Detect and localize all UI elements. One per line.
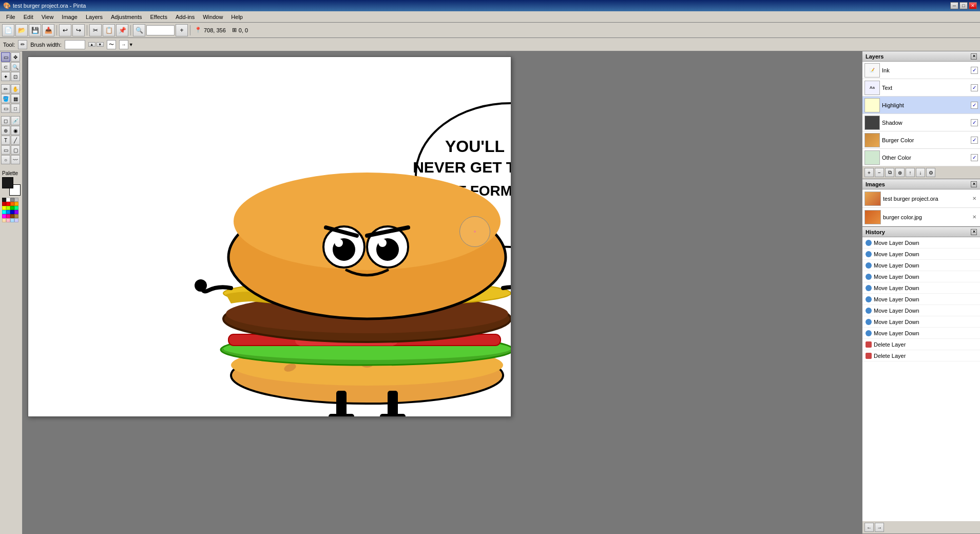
zoom-tool[interactable]: 🔍 <box>11 62 20 71</box>
brush-width-spinner[interactable]: ▲ ▼ <box>88 42 104 47</box>
select-tool-2[interactable]: □ <box>11 104 20 113</box>
layers-panel-close[interactable]: ✕ <box>971 53 977 60</box>
layer-visibility-checkbox[interactable]: ✓ <box>971 67 978 74</box>
remove-layer-button[interactable]: − <box>875 168 884 177</box>
copy-button[interactable]: 📋 <box>103 24 115 36</box>
layer-item[interactable]: Burger Color✓ <box>862 131 980 149</box>
layer-up-button[interactable]: ↑ <box>906 168 915 177</box>
lasso-tool[interactable]: ⊂ <box>1 62 10 71</box>
palette-swatch[interactable] <box>10 210 14 214</box>
layers-panel-header[interactable]: Layers ✕ <box>862 51 980 62</box>
history-item[interactable]: Move Layer Down <box>862 249 980 260</box>
image-item[interactable]: burger color.jpg✕ <box>862 208 980 226</box>
menu-help[interactable]: Help <box>227 13 247 21</box>
palette-swatch[interactable] <box>2 218 6 222</box>
color-picker-tool[interactable]: 💉 <box>11 116 20 125</box>
layer-visibility-checkbox[interactable]: ✓ <box>971 154 978 161</box>
palette-swatch[interactable] <box>14 210 18 214</box>
menu-view[interactable]: View <box>37 13 58 21</box>
clone-tool[interactable]: ⊕ <box>1 126 10 135</box>
rectangle-select-tool[interactable]: ▭ <box>1 52 10 62</box>
palette-swatch[interactable] <box>6 214 10 218</box>
zoom-out-button[interactable]: 🔍 <box>133 24 145 36</box>
pan-tool[interactable]: ✋ <box>11 84 20 93</box>
menu-file[interactable]: File <box>2 13 20 21</box>
history-item[interactable]: Move Layer Down <box>862 282 980 294</box>
layer-item[interactable]: AaText✓ <box>862 79 980 97</box>
history-item[interactable]: Move Layer Down <box>862 294 980 305</box>
history-item[interactable]: Move Layer Down <box>862 328 980 339</box>
palette-swatch[interactable] <box>14 202 18 206</box>
layer-item[interactable]: Other Color✓ <box>862 149 980 166</box>
image-item[interactable]: test burger project.ora✕ <box>862 189 980 208</box>
images-panel-header[interactable]: Images ✕ <box>862 179 980 189</box>
rect-tool[interactable]: ▭ <box>1 145 10 155</box>
layer-visibility-checkbox[interactable]: ✓ <box>971 137 978 144</box>
layer-item[interactable]: Shadow✓ <box>862 114 980 131</box>
layer-properties-button[interactable]: ⚙ <box>926 168 935 177</box>
spin-up[interactable]: ▲ <box>88 42 95 47</box>
palette-swatch[interactable] <box>10 206 14 210</box>
undo-button[interactable]: ↩ <box>59 24 71 36</box>
history-item[interactable]: Delete Layer <box>862 350 980 361</box>
add-layer-button[interactable]: + <box>864 168 874 177</box>
history-back-button[interactable]: ← <box>864 523 874 532</box>
history-forward-button[interactable]: → <box>875 523 884 532</box>
cut-button[interactable]: ✂ <box>89 24 102 36</box>
layer-visibility-checkbox[interactable]: ✓ <box>971 119 978 126</box>
rounded-rect-tool[interactable]: ▢ <box>11 145 20 155</box>
menu-layers[interactable]: Layers <box>82 13 107 21</box>
history-item[interactable]: Move Layer Down <box>862 305 980 316</box>
line-end-dropdown[interactable]: ▼ <box>129 42 133 47</box>
freeform-tool[interactable]: 〰 <box>11 155 20 164</box>
layer-down-button[interactable]: ↓ <box>916 168 925 177</box>
zoom-control[interactable]: 🔍 150% + <box>133 24 188 36</box>
palette-swatch[interactable] <box>6 198 10 202</box>
crop-tool[interactable]: ⊡ <box>11 72 20 81</box>
palette-swatch[interactable] <box>6 206 10 210</box>
palette-swatch[interactable] <box>2 202 6 206</box>
history-item[interactable]: Move Layer Down <box>862 316 980 328</box>
close-button[interactable]: ✕ <box>969 2 977 9</box>
brush-width-input[interactable]: 55 <box>65 40 85 49</box>
line-end-btn[interactable]: → <box>119 40 128 49</box>
merge-layer-button[interactable]: ⊕ <box>895 168 905 177</box>
paint-bucket-tool[interactable]: 🪣 <box>1 94 10 103</box>
minimize-button[interactable]: ─ <box>950 2 958 9</box>
line-end-options[interactable]: → ▼ <box>119 40 133 49</box>
gradient-tool[interactable]: ▦ <box>11 94 20 103</box>
history-item[interactable]: Move Layer Down <box>862 237 980 249</box>
palette-swatch[interactable] <box>6 218 10 222</box>
text-tool[interactable]: T <box>1 136 10 145</box>
palette-swatch[interactable] <box>6 202 10 206</box>
zoom-input[interactable]: 150% <box>146 25 175 35</box>
palette-swatch[interactable] <box>14 218 18 222</box>
paste-button[interactable]: 📌 <box>116 24 128 36</box>
palette-swatch[interactable] <box>10 202 14 206</box>
palette-swatch[interactable] <box>6 210 10 214</box>
canvas-content[interactable]: YOU'LL NEVER GET THE SECRET FORMULA !!! <box>28 57 511 416</box>
layer-item[interactable]: 📝Ink✓ <box>862 62 980 79</box>
redo-button[interactable]: ↪ <box>72 24 85 36</box>
window-controls[interactable]: ─ □ ✕ <box>950 2 977 9</box>
menu-edit[interactable]: Edit <box>20 13 37 21</box>
magic-wand-tool[interactable]: ✦ <box>1 72 10 81</box>
menu-window[interactable]: Window <box>199 13 227 21</box>
shapes-tool[interactable]: ▭ <box>1 104 10 113</box>
palette-swatch[interactable] <box>10 214 14 218</box>
history-item[interactable]: Delete Layer <box>862 339 980 350</box>
menu-image[interactable]: Image <box>57 13 82 21</box>
palette-swatch[interactable] <box>10 218 14 222</box>
palette-swatch[interactable] <box>14 198 18 202</box>
pencil-tool[interactable]: ✏ <box>1 84 10 93</box>
line-style-icon[interactable]: 〜 <box>107 40 116 49</box>
palette-swatch[interactable] <box>14 206 18 210</box>
palette-swatch[interactable] <box>2 214 6 218</box>
palette-swatch[interactable] <box>10 198 14 202</box>
history-item[interactable]: Move Layer Down <box>862 260 980 271</box>
ellipse-tool[interactable]: ○ <box>1 155 10 164</box>
menu-addins[interactable]: Add-ins <box>171 13 199 21</box>
layer-visibility-checkbox[interactable]: ✓ <box>971 102 978 109</box>
foreground-color-swatch[interactable] <box>2 177 13 188</box>
line-tool[interactable]: ╱ <box>11 136 20 145</box>
